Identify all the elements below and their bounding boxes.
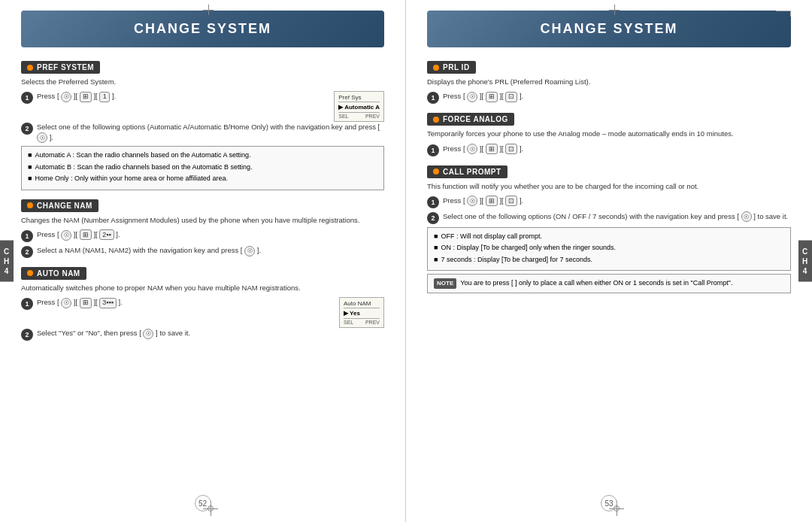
chapter-tab-right: CH4 <box>798 241 812 282</box>
step-num-1: 1 <box>21 92 33 104</box>
right-page-header: CHANGE SYSTEM <box>427 11 791 47</box>
call-prompt-info: ■ OFF : Will not display call prompt. ■ … <box>427 227 791 272</box>
call-prompt-bullet <box>433 168 439 175</box>
prl-id-bullet <box>433 65 439 71</box>
call-prompt-section: CALL PROMPT This function will notify yo… <box>427 159 791 293</box>
change-nam-section: CHANGE NAM Changes the NAM (Number Assig… <box>21 193 384 258</box>
key-nav: ☉ <box>61 92 71 102</box>
info-text-3: Home Only : Only within your home area o… <box>35 174 227 184</box>
prl-id-step1: 1 Press [ ☉ ][ ⊞ ][ ⊡ ]. <box>427 91 791 104</box>
key-nav-cp: ☉ <box>467 196 477 206</box>
cp-bullet-2: ■ <box>434 243 438 253</box>
pref-system-desc: Selects the Preferred System. <box>21 77 384 86</box>
auto-nam-step2: 2 Select "Yes" or "No", then press [ ☉ ]… <box>21 328 384 341</box>
change-nam-title: CHANGE NAM <box>21 199 98 212</box>
key-ok-cp: ☉ <box>741 211 752 222</box>
step-num-cp2: 2 <box>427 212 439 224</box>
step-content-cp2: Select one of the following options (ON … <box>443 211 791 223</box>
key-ok-an: ☉ <box>143 329 153 339</box>
key-menu: ⊞ <box>80 92 92 102</box>
step-content-an2: Select "Yes" or "No", then press [ ☉ ] t… <box>37 328 384 339</box>
step-num-cn2: 2 <box>21 246 33 258</box>
info-item-2: ■ Automatic B : Scan the radio channels … <box>28 162 377 173</box>
key-3: 3▪▪▪ <box>99 298 117 308</box>
force-analog-desc: Temporarily forces your phone to use the… <box>427 129 791 138</box>
step-content-an1: Press [ ☉ ][ ⊞ ][ 3▪▪▪ ]. <box>37 297 333 308</box>
cp-info-text-3: 7 seconds : Display [To be charged] for … <box>441 255 592 266</box>
call-prompt-desc: This function will notify you whether yo… <box>427 181 791 191</box>
bullet-2: ■ <box>28 162 32 173</box>
call-prompt-title: CALL PROMPT <box>427 165 508 178</box>
screen-item: ▶ Automatic A <box>338 104 380 111</box>
key-1: 1 <box>99 92 110 102</box>
auto-nam-section: AUTO NAM Automatically switches phone to… <box>21 261 384 341</box>
step-content-prl1: Press [ ☉ ][ ⊞ ][ ⊡ ]. <box>443 91 791 102</box>
auto-nam-bullet <box>27 270 33 276</box>
force-analog-bullet <box>433 117 439 123</box>
cp-info-item-2: ■ ON : Display [To be charged] only when… <box>434 243 784 253</box>
auto-screen-title: Auto NAM <box>344 300 380 308</box>
key-cp: ⊡ <box>505 196 517 206</box>
force-analog-step1: 1 Press [ ☉ ][ ⊞ ][ ⊡ ]. <box>427 144 791 156</box>
step-num-cn1: 1 <box>21 230 33 242</box>
key-menu-cp: ⊞ <box>486 196 498 206</box>
pref-system-section: PREF SYSTEM Selects the Preferred System… <box>21 55 384 190</box>
screen-sel: SEL <box>338 114 348 119</box>
pref-system-info: ■ Automatic A : Scan the radio channels … <box>21 146 384 190</box>
info-text-1: Automatic A : Scan the radio channels ba… <box>35 150 250 161</box>
prl-id-desc: Displays the phone's PRL (Preferred Roam… <box>427 77 791 86</box>
screen-prev: PREV <box>365 114 380 119</box>
change-nam-step1: 1 Press [ ☉ ][ ⊞ ][ 2▪▪ ]. <box>21 229 384 242</box>
cp-bullet-1: ■ <box>434 232 438 242</box>
force-analog-section: FORCE ANALOG Temporarily forces your pho… <box>427 107 791 156</box>
step-num-2: 2 <box>21 123 33 135</box>
left-page: CH4 CHANGE SYSTEM PREF SYSTEM Selects th… <box>0 0 406 522</box>
key-nav-prl: ☉ <box>467 92 477 102</box>
key-nav-cn: ☉ <box>61 230 71 241</box>
right-page: CH4 CHANGE SYSTEM PRL ID Displays the ph… <box>406 0 812 522</box>
call-prompt-note: NOTE You are to press [ ] only to place … <box>427 274 791 293</box>
step-content-cn1: Press [ ☉ ][ ⊞ ][ 2▪▪ ]. <box>37 229 384 241</box>
key-nav-an: ☉ <box>61 298 71 308</box>
info-item-1: ■ Automatic A : Scan the radio channels … <box>28 150 377 161</box>
change-nam-bullet <box>27 202 33 208</box>
pref-sys-screen: Pref Sys ▶ Automatic A SEL PREV <box>334 91 384 122</box>
bullet-1: ■ <box>28 150 32 161</box>
screen-title: Pref Sys <box>338 94 380 102</box>
chapter-tab-left: CH4 <box>0 241 14 282</box>
step-content-cp1: Press [ ☉ ][ ⊞ ][ ⊡ ]. <box>443 196 791 207</box>
auto-nam-title: AUTO NAM <box>21 267 86 280</box>
call-prompt-step2: 2 Select one of the following options (O… <box>427 211 791 224</box>
cp-bullet-3: ■ <box>434 255 438 266</box>
auto-nam-desc: Automatically switches phone to proper N… <box>21 283 384 293</box>
info-item-3: ■ Home Only : Only within your home area… <box>28 174 377 184</box>
auto-screen-prev: PREV <box>365 320 380 325</box>
auto-screen-item: ▶ Yes <box>344 310 380 317</box>
corner-mark-right <box>776 11 791 17</box>
auto-nam-screen: Auto NAM ▶ Yes SEL PREV <box>339 297 384 328</box>
info-text-2: Automatic B : Scan the radio channels ba… <box>35 162 252 173</box>
prl-id-section: PRL ID Displays the phone's PRL (Preferr… <box>427 55 791 104</box>
step-num-an2: 2 <box>21 329 33 341</box>
change-nam-desc: Changes the NAM (Number Assignment Modul… <box>21 215 384 225</box>
key-menu-cn: ⊞ <box>80 229 92 240</box>
change-nam-step2: 2 Select a NAM (NAM1, NAM2) with the nav… <box>21 245 384 258</box>
prl-id-title: PRL ID <box>427 61 476 74</box>
auto-screen-footer: SEL PREV <box>344 318 380 325</box>
left-content: PREF SYSTEM Selects the Preferred System… <box>0 47 405 351</box>
pref-system-title: PREF SYSTEM <box>21 61 100 74</box>
step-content-2: Select one of the following options (Aut… <box>37 122 384 143</box>
call-prompt-step1: 1 Press [ ☉ ][ ⊞ ][ ⊡ ]. <box>427 196 791 208</box>
screen-footer: SEL PREV <box>338 112 380 119</box>
key-ok: ☉ <box>37 132 47 143</box>
step-num-cp1: 1 <box>427 196 439 208</box>
key-2: 2▪▪ <box>99 229 114 240</box>
bullet-3: ■ <box>28 174 32 184</box>
right-content: PRL ID Displays the phone's PRL (Preferr… <box>406 47 812 304</box>
cp-info-item-1: ■ OFF : Will not display call prompt. <box>434 232 784 242</box>
pref-system-bullet <box>27 65 33 71</box>
note-text: You are to press [ ] only to place a cal… <box>460 278 732 288</box>
key-menu-fa: ⊞ <box>486 144 498 154</box>
step-content-cn2: Select a NAM (NAM1, NAM2) with the navig… <box>37 245 384 256</box>
key-ok-cn: ☉ <box>244 246 255 256</box>
